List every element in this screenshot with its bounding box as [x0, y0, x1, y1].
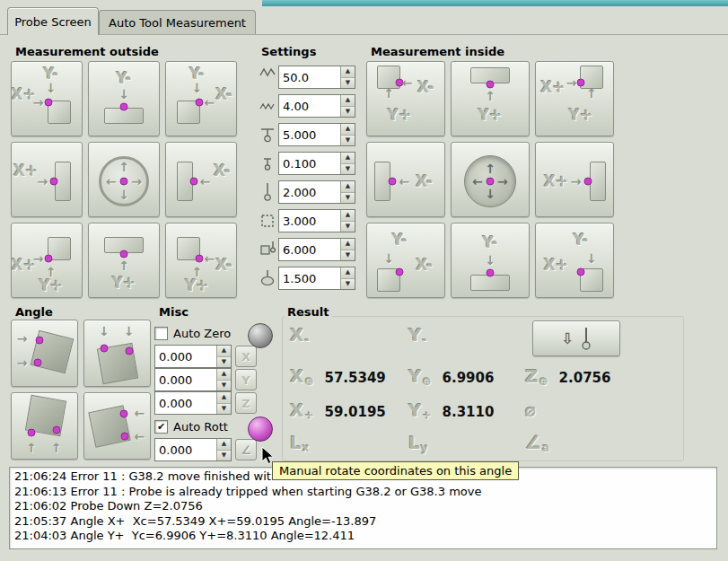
offset-y-input[interactable] [155, 369, 216, 390]
xy-clearance-spinbox: ▲▼ [278, 238, 355, 261]
result-label: Y+ [408, 399, 432, 421]
probe-outside-xp-button[interactable]: X+→ [11, 142, 83, 217]
probe-inside-ym-button[interactable]: Y-↓ [451, 223, 530, 298]
arrow-left-icon: ← [106, 174, 117, 188]
axis-label: X- [417, 78, 434, 96]
latch-return-input[interactable] [279, 153, 340, 174]
max-travel-input[interactable] [279, 124, 340, 145]
probe-outside-ym-button[interactable]: Y-↓ [88, 61, 160, 136]
offset-x-spin-down-button[interactable]: ▼ [217, 357, 231, 368]
angle-xp-button[interactable]: →→ [11, 320, 78, 387]
probe-feed-input[interactable] [279, 95, 340, 117]
offset-z-spin-down-button[interactable]: ▼ [217, 404, 231, 415]
probe-outside-yp-button[interactable]: ↑Y+ [88, 223, 160, 298]
arrow-left-icon: ← [402, 75, 413, 90]
xy-clearance-row: ▲▼ [257, 235, 355, 264]
tab-probe-screen[interactable]: Probe Screen [7, 7, 99, 35]
result-cell: X- [290, 324, 309, 349]
probe-inside-xm-button[interactable]: ←X- [366, 142, 445, 217]
search-feed-spin-down-button[interactable]: ▼ [341, 78, 355, 89]
max-travel-spin-down-button[interactable]: ▼ [341, 136, 355, 146]
settings-title: Settings [259, 45, 319, 58]
result-cell: X+59.0195 [290, 399, 386, 425]
angle-ym-button[interactable]: ↓↓ [83, 320, 151, 387]
probe-inside-center-button[interactable]: ↑↓←→ [451, 142, 530, 217]
xy-clearance-spin-down-button[interactable]: ▼ [341, 250, 355, 261]
arrow-up-icon: ↑ [485, 89, 496, 103]
probe-outside-xp-ym-button[interactable]: Y-↓X+→ [11, 61, 83, 136]
set-y-button[interactable]: Y [235, 369, 257, 390]
offset-x-input[interactable] [155, 346, 216, 367]
probe-inside-yp-button[interactable]: ↑Y+ [451, 61, 530, 136]
rotate-angle-spin-up-button[interactable]: ▲ [217, 439, 231, 451]
result-cell: X⊕57.5349 [290, 365, 386, 390]
auto-zero-led [248, 323, 273, 348]
z-clearance-spin-down-button[interactable]: ▼ [341, 193, 355, 204]
z-clearance-icon [257, 179, 278, 206]
auto-zero-checkbox[interactable] [154, 327, 168, 340]
arrow-down-icon: ↓ [46, 81, 57, 95]
probe-outside-xm-button[interactable]: X-← [165, 142, 237, 217]
tab-auto-tool-measurement[interactable]: Auto Tool Measurement [99, 10, 256, 35]
search-feed-input[interactable] [279, 66, 340, 88]
probe-inside-xp-button[interactable]: →X+ [535, 142, 614, 217]
probe-outside-center-button[interactable]: ↑↓←→ [88, 142, 160, 217]
axis-label: Y+ [185, 276, 209, 294]
search-feed-spin-up-button[interactable]: ▲ [341, 66, 355, 78]
tab-auto-tool-measurement-label: Auto Tool Measurement [109, 16, 246, 30]
arrow-down-icon: ↓ [99, 324, 110, 338]
auto-rott-checkbox[interactable] [154, 420, 168, 434]
probe-contact-icon [487, 177, 495, 185]
axis-label: X+ [13, 162, 38, 180]
result-cell: ∠a [525, 432, 549, 457]
z-clearance-spin-up-button[interactable]: ▲ [341, 181, 355, 193]
max-travel-spin-up-button[interactable]: ▲ [341, 124, 355, 136]
offset-x-spin-up-button[interactable]: ▲ [217, 346, 231, 357]
probe-inside-xp-yp-button[interactable]: ↑→X+Y+ [535, 61, 614, 136]
probe-feed-spin-up-button[interactable]: ▲ [341, 95, 355, 107]
rotate-angle-spin-down-button[interactable]: ▼ [217, 451, 231, 461]
offset-y-spin-up-button[interactable]: ▲ [217, 369, 231, 381]
probe-down-button[interactable]: ⇩ [532, 320, 620, 356]
latch-return-spin-down-button[interactable]: ▼ [341, 164, 355, 175]
probe-inside-xm-ym-button[interactable]: Y-↓X- [366, 223, 445, 298]
probe-diameter-spin-up-button[interactable]: ▲ [341, 267, 355, 279]
set-z-button[interactable]: Z [235, 392, 257, 414]
latch-return-row: ▲▼ [257, 149, 355, 178]
probe-feed-spin-down-button[interactable]: ▼ [341, 107, 355, 118]
probe-outside-xp-yp-button[interactable]: X+→↑Y+ [11, 223, 83, 298]
xy-clearance-input[interactable] [279, 239, 340, 260]
edge-length-input[interactable] [279, 210, 340, 232]
arrow-up-icon: ↑ [586, 86, 597, 101]
rotate-coordinates-button[interactable]: ∠ [235, 439, 257, 460]
probe-contact-icon [396, 268, 404, 276]
edge-length-spin-down-button[interactable]: ▼ [341, 222, 355, 232]
probe-contact-icon [35, 336, 43, 344]
z-clearance-input[interactable] [279, 181, 340, 203]
probe-outside-xm-ym-button[interactable]: Y-↓X-← [165, 61, 237, 136]
angle-xm-button[interactable]: ←← [83, 392, 151, 460]
probe-diameter-input[interactable] [279, 267, 340, 289]
probe-inside-xp-ym-button[interactable]: Y-↓X+ [535, 223, 614, 298]
spinner-buttons: ▲▼ [340, 210, 355, 232]
xy-clearance-spin-up-button[interactable]: ▲ [341, 239, 355, 250]
set-x-button[interactable]: X [235, 346, 257, 367]
latch-return-spin-up-button[interactable]: ▲ [341, 153, 355, 164]
offset-z-input[interactable] [155, 392, 216, 414]
result-label: ∠a [525, 432, 549, 453]
misc-title: Misc [156, 305, 191, 319]
probe-diameter-spin-down-button[interactable]: ▼ [341, 279, 355, 290]
angle-yp-button[interactable]: ↑↑ [11, 392, 78, 460]
offset-z-spin-up-button[interactable]: ▲ [217, 392, 231, 404]
workpiece-edge-icon [590, 162, 606, 201]
edge-length-spin-up-button[interactable]: ▲ [341, 210, 355, 222]
axis-label: Y+ [39, 276, 63, 294]
result-cell: Lx [290, 432, 310, 457]
rotate-angle-input[interactable] [155, 439, 216, 460]
probe-inside-xm-yp-button[interactable]: ↑←X-Y+ [366, 61, 445, 136]
axis-label: X- [215, 85, 232, 103]
offset-y-spin-down-button[interactable]: ▼ [217, 381, 231, 391]
arrow-left-icon: ← [200, 174, 211, 188]
axis-label: X- [215, 256, 232, 274]
probe-outside-xm-yp-button[interactable]: ←X-↑Y+ [165, 223, 237, 298]
